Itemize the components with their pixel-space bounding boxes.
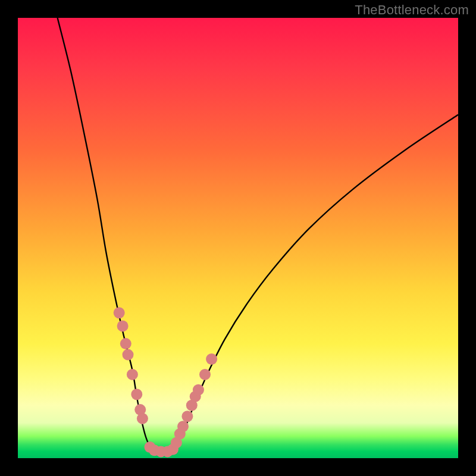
highlight-dot — [206, 353, 217, 365]
highlight-dot — [117, 321, 129, 332]
highlight-dot — [131, 389, 142, 400]
watermark-text: TheBottleneck.com — [355, 2, 469, 18]
bottleneck-curve — [58, 18, 458, 453]
highlight-dots — [114, 307, 217, 457]
highlight-dot — [177, 421, 189, 432]
plot-area — [18, 18, 458, 458]
highlight-dot — [199, 369, 211, 380]
highlight-dot — [181, 411, 193, 422]
highlight-dot — [120, 338, 131, 349]
highlight-dot — [123, 349, 134, 361]
highlight-dot — [193, 384, 204, 396]
chart-frame: TheBottleneck.com — [0, 0, 476, 476]
curve — [58, 18, 458, 453]
highlight-dot — [127, 369, 138, 380]
highlight-dot — [114, 307, 125, 318]
highlight-dot — [137, 413, 148, 424]
curve-layer — [18, 18, 458, 458]
